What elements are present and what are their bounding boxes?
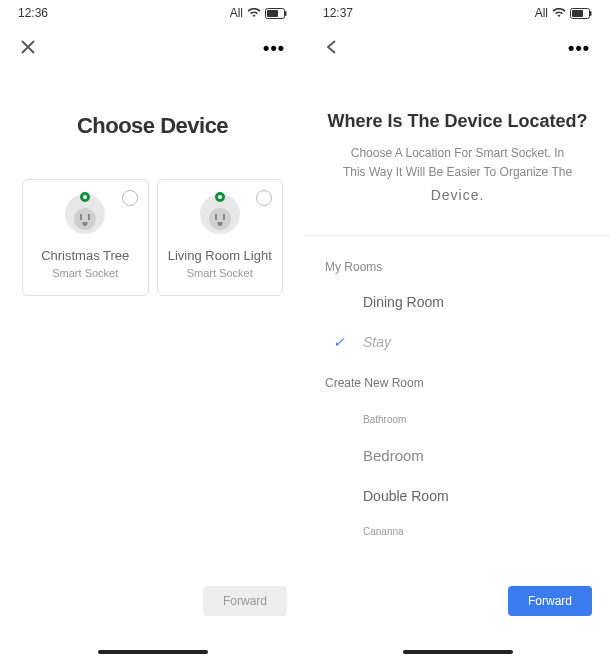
wifi-icon [552,8,566,18]
device-name: Christmas Tree [41,248,129,263]
battery-icon [265,8,287,19]
status-network: All [230,6,243,20]
svg-rect-1 [267,10,278,17]
radio-unselected[interactable] [122,190,138,206]
forward-button[interactable]: Forward [203,586,287,616]
my-rooms-label: My Rooms [325,252,590,282]
check-icon: ✓ [333,334,345,350]
create-room-label: Create New Room [325,362,590,404]
status-time: 12:36 [18,6,48,20]
subtitle-line: This Way It Will Be Easier To Organize T… [343,165,572,179]
status-right: All [230,6,287,20]
forward-button[interactable]: Forward [508,586,592,616]
screen-device-location: 12:37 All ••• Where Is The Device Locate… [305,0,610,660]
status-bar: 12:37 All [305,0,610,26]
subtitle-line: Choose A Location For Smart Socket. In [351,146,564,160]
more-icon[interactable]: ••• [263,38,285,59]
status-bar: 12:36 All [0,0,305,26]
more-icon[interactable]: ••• [568,38,590,59]
radio-unselected[interactable] [256,190,272,206]
room-label: Bedroom [363,447,424,464]
device-grid: Christmas Tree Smart Socket Living Room … [0,179,305,296]
smart-socket-icon [65,194,105,234]
room-label: Dining Room [363,294,444,310]
room-list: My Rooms Dining Room ✓ Stay Create New R… [305,236,610,563]
svg-rect-2 [285,11,287,16]
back-icon[interactable] [325,39,339,59]
device-card-living-room-light[interactable]: Living Room Light Smart Socket [157,179,284,296]
status-right: All [535,6,592,20]
nav-bar: ••• [305,26,610,67]
page-subtitle: Choose A Location For Smart Socket. In T… [305,144,610,207]
room-label: Bathroom [363,414,406,425]
screen-choose-device: 12:36 All ••• Choose Device Christmas Tr… [0,0,305,660]
room-item-cananna[interactable]: Cananna [325,516,590,547]
room-item-double-room[interactable]: Double Room [325,476,590,516]
room-label: Cananna [363,526,404,537]
room-item-dining-room[interactable]: Dining Room [325,282,590,322]
svg-rect-5 [590,11,592,16]
page-title: Where Is The Device Located? [305,111,610,132]
home-indicator[interactable] [98,650,208,654]
page-title: Choose Device [0,113,305,139]
svg-rect-4 [572,10,583,17]
room-item-bedroom[interactable]: Bedroom [325,435,590,476]
close-icon[interactable] [20,39,36,59]
smart-socket-icon [200,194,240,234]
wifi-icon [247,8,261,18]
home-indicator[interactable] [403,650,513,654]
device-name: Living Room Light [168,248,272,263]
room-item-bathroom[interactable]: Bathroom [325,404,590,435]
room-item-stay[interactable]: ✓ Stay [325,322,590,362]
nav-bar: ••• [0,26,305,67]
device-type: Smart Socket [187,267,253,279]
room-label: Stay [363,334,391,350]
status-time: 12:37 [323,6,353,20]
subtitle-line: Device. [323,184,592,206]
device-type: Smart Socket [52,267,118,279]
device-card-christmas-tree[interactable]: Christmas Tree Smart Socket [22,179,149,296]
battery-icon [570,8,592,19]
status-network: All [535,6,548,20]
room-label: Double Room [363,488,449,504]
